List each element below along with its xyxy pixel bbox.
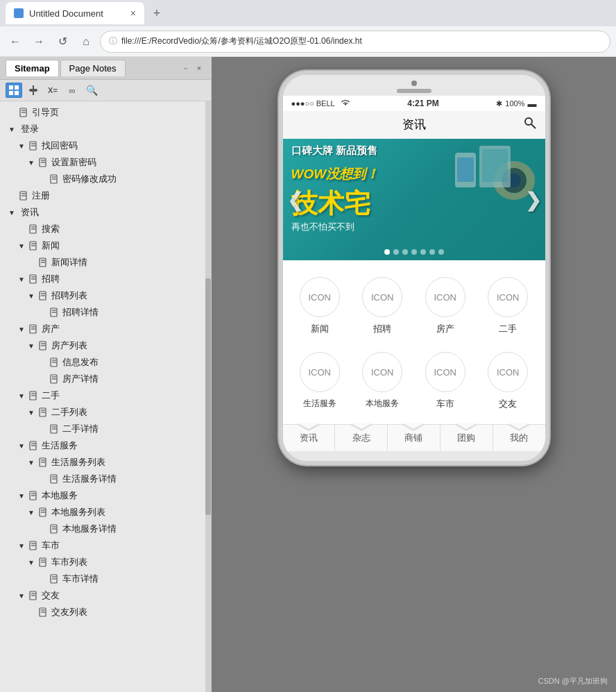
- tree-item-xinwen[interactable]: ▼ 新闻: [0, 237, 211, 254]
- icon-item-cheshi[interactable]: ICON 车市: [414, 346, 477, 416]
- svg-line-92: [531, 124, 536, 128]
- carousel-dot-1[interactable]: [384, 249, 390, 255]
- phone-header: 资讯: [283, 111, 545, 139]
- tree-item-job-list[interactable]: ▼ 招聘列表: [0, 287, 211, 304]
- address-bar[interactable]: ⓘ file:///E:/RecordVedio/众筹/参考资料/运城O2O原型…: [100, 31, 610, 53]
- tree-item-ershou-list[interactable]: ▼ 二手列表: [0, 404, 211, 421]
- phone-camera: [411, 81, 417, 86]
- phone-bottom: [283, 451, 545, 461]
- tree-item-house-detail[interactable]: 房产详情: [0, 371, 211, 387]
- new-tab-button[interactable]: +: [147, 3, 166, 23]
- status-right: ✱ 100% ▬: [496, 99, 536, 109]
- tab-close-button[interactable]: ×: [130, 8, 136, 19]
- sidebar-close-button[interactable]: ×: [193, 62, 205, 74]
- status-time: 4:21 PM: [407, 99, 438, 108]
- tree-item-set-pwd[interactable]: ▼ 设置新密码: [0, 154, 211, 171]
- tree-item-info-publish[interactable]: 信息发布: [0, 354, 211, 371]
- tab-page-notes[interactable]: Page Notes: [60, 60, 126, 76]
- address-info-icon: ⓘ: [109, 35, 117, 47]
- tree-item-car-detail[interactable]: 车市详情: [0, 571, 211, 587]
- icon-label-jiaoyou: 交友: [499, 398, 517, 410]
- search-icon[interactable]: [523, 116, 537, 133]
- icon-grid-row2: ICON 生活服务 ICON 本地服务 ICON 车市 ICON 交友: [283, 344, 545, 424]
- nav-item-zazhi[interactable]: 杂志: [335, 425, 388, 451]
- nav-item-tuangou[interactable]: 团购: [440, 425, 493, 451]
- svg-rect-2: [9, 91, 13, 95]
- nav-item-wode[interactable]: 我的: [493, 425, 545, 451]
- tree-item-search[interactable]: 搜索: [0, 221, 211, 237]
- icon-circle-ershou: ICON: [488, 277, 528, 317]
- sidebar-toolbar: X= ∞ 🔍: [0, 80, 211, 101]
- tree-item-life-service[interactable]: ▼ 生活服务: [0, 437, 211, 454]
- bottom-navigation: 资讯 杂志 商铺 团购 我的: [283, 424, 545, 451]
- tree-item-life-service-detail[interactable]: 生活服务详情: [0, 471, 211, 487]
- nav-item-zixun[interactable]: 资讯: [283, 425, 336, 451]
- status-carrier: ●●●○○ BELL: [291, 99, 350, 108]
- tree-item-jiaoyou-list[interactable]: 交友列表: [0, 604, 211, 621]
- carousel-dot-4[interactable]: [411, 249, 417, 255]
- nav-item-shangpu[interactable]: 商铺: [388, 425, 440, 451]
- tree-item-guidepage[interactable]: 引导页: [0, 104, 211, 121]
- icon-item-fangchan[interactable]: ICON 房产: [414, 271, 477, 341]
- icon-circle-xinwen: ICON: [300, 277, 340, 317]
- minimize-button[interactable]: －: [179, 62, 191, 74]
- page-icon: [28, 324, 39, 334]
- tree-item-login[interactable]: ▼ 登录: [0, 121, 211, 137]
- carousel-dot-2[interactable]: [393, 249, 399, 255]
- tab-sitemap[interactable]: Sitemap: [6, 60, 59, 76]
- tree-item-news-detail[interactable]: 新闻详情: [0, 254, 211, 271]
- battery-percent: 100%: [505, 99, 524, 108]
- carousel-next-button[interactable]: ❯: [525, 188, 541, 211]
- tree-item-ershou-detail[interactable]: 二手详情: [0, 421, 211, 437]
- link-button[interactable]: ∞: [64, 83, 80, 98]
- variable-button[interactable]: X=: [44, 83, 61, 98]
- reload-button[interactable]: ↺: [53, 32, 72, 51]
- page-view-button[interactable]: [6, 83, 22, 98]
- tree-item-fangchan[interactable]: ▼ 房产: [0, 321, 211, 337]
- carousel-prev-button[interactable]: ❮: [287, 188, 303, 211]
- page-icon: [37, 507, 49, 517]
- tree-item-register[interactable]: 注册: [0, 187, 211, 204]
- scrollbar-thumb[interactable]: [205, 278, 211, 514]
- carousel-dot-7[interactable]: [438, 249, 444, 255]
- page-icon: [49, 307, 60, 317]
- tree-item-job-detail[interactable]: 招聘详情: [0, 304, 211, 321]
- page-icon: [49, 374, 60, 384]
- icon-item-ershou[interactable]: ICON 二手: [477, 271, 540, 341]
- tree-item-cheshi[interactable]: ▼ 车市: [0, 537, 211, 554]
- tree-item-local-service-list[interactable]: ▼ 本地服务列表: [0, 504, 211, 521]
- icon-item-xinwen[interactable]: ICON 新闻: [289, 271, 352, 341]
- carousel-dot-6[interactable]: [429, 249, 435, 255]
- tree-item-ershou[interactable]: ▼ 二手: [0, 387, 211, 404]
- tree-item-life-service-list[interactable]: ▼ 生活服务列表: [0, 454, 211, 471]
- scrollbar-track[interactable]: [205, 101, 211, 692]
- icon-item-zhaopin[interactable]: ICON 招聘: [351, 271, 414, 341]
- tree-item-news[interactable]: ▼ 资讯: [0, 204, 211, 221]
- move-button[interactable]: [25, 83, 42, 98]
- tab-bar: Untitled Document × +: [0, 0, 616, 26]
- page-icon: [28, 141, 39, 151]
- tree-item-car-list[interactable]: ▼ 车市列表: [0, 554, 211, 571]
- main-area: Sitemap Page Notes － × X= ∞ 🔍: [0, 57, 616, 692]
- tree-item-local-service-detail[interactable]: 本地服务详情: [0, 521, 211, 537]
- tree-item-find-pwd[interactable]: ▼ 找回密码: [0, 137, 211, 154]
- page-grid-icon: [8, 85, 19, 96]
- tree-item-local-service[interactable]: ▼ 本地服务: [0, 487, 211, 504]
- carousel-dot-3[interactable]: [402, 249, 408, 255]
- back-button[interactable]: ←: [6, 32, 25, 51]
- page-icon: [49, 424, 60, 434]
- tree-item-pwd-success[interactable]: 密码修改成功: [0, 171, 211, 187]
- tree-item-house-list[interactable]: ▼ 房产列表: [0, 337, 211, 354]
- search-button[interactable]: 🔍: [83, 83, 100, 98]
- browser-tab-active[interactable]: Untitled Document ×: [6, 2, 144, 24]
- tree-item-zhaopin[interactable]: ▼ 招聘: [0, 271, 211, 287]
- icon-item-local-service[interactable]: ICON 本地服务: [351, 346, 414, 416]
- forward-button[interactable]: →: [29, 32, 49, 51]
- nav-bar: ← → ↺ ⌂ ⓘ file:///E:/RecordVedio/众筹/参考资料…: [0, 26, 616, 57]
- phone-mockup: ●●●○○ BELL 4:21 PM ✱ 100% ▬: [279, 71, 549, 465]
- icon-item-jiaoyou[interactable]: ICON 交友: [477, 346, 540, 416]
- icon-item-life-service[interactable]: ICON 生活服务: [289, 346, 352, 416]
- home-button[interactable]: ⌂: [76, 32, 96, 51]
- carousel-dot-5[interactable]: [420, 249, 426, 255]
- tree-item-jiaoyou[interactable]: ▼ 交友: [0, 587, 211, 604]
